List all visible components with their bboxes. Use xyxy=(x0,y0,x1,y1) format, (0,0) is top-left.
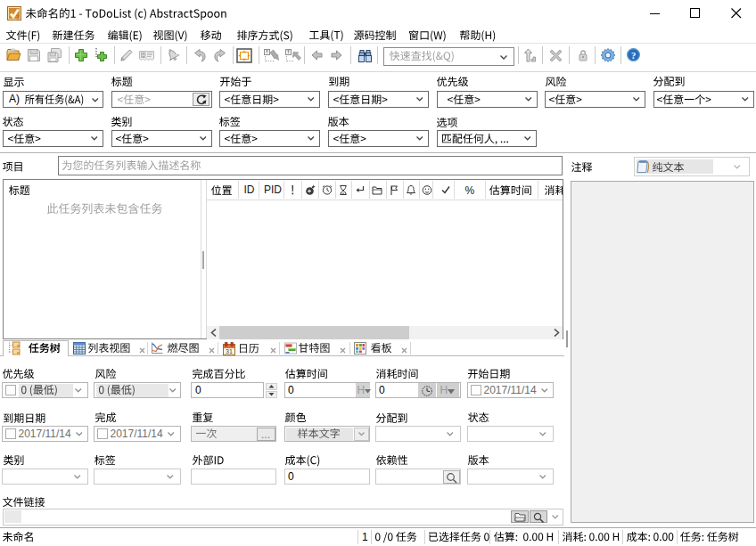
svg-text:31: 31 xyxy=(226,348,233,354)
svg-text:?: ? xyxy=(631,51,636,61)
